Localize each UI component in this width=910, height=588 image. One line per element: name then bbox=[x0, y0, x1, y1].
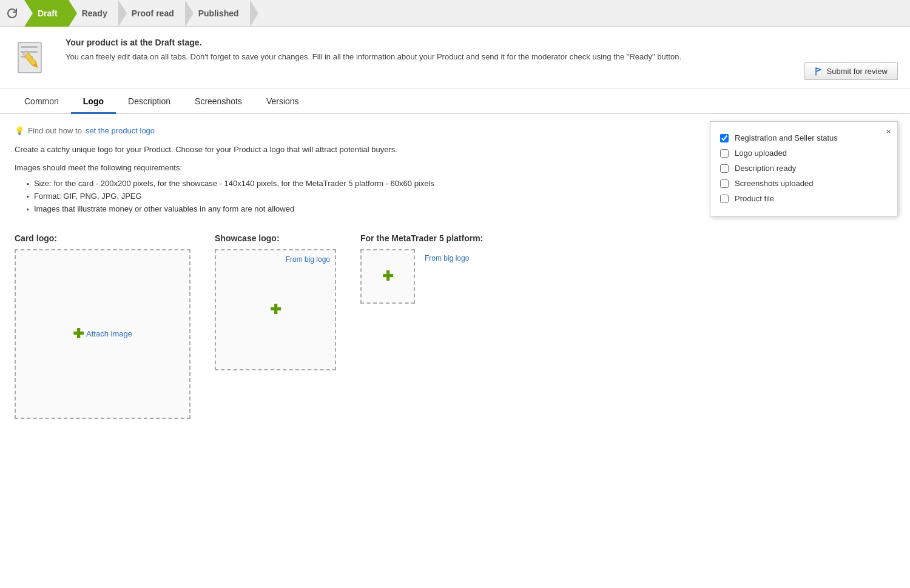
svg-rect-1 bbox=[21, 46, 38, 48]
tabs-bar: Common Logo Description Screenshots Vers… bbox=[0, 89, 910, 114]
breadcrumb-proofread[interactable]: Proof read bbox=[118, 0, 185, 27]
checklist-checkbox-screenshots[interactable] bbox=[720, 179, 729, 188]
checklist-label-description: Description ready bbox=[735, 164, 796, 173]
showcase-logo-label: Showcase logo: bbox=[215, 233, 336, 243]
checklist-label-logo: Logo uploaded bbox=[735, 149, 787, 158]
flag-icon bbox=[815, 67, 823, 76]
checklist-checkbox-logo[interactable] bbox=[720, 149, 729, 158]
showcase-plus-icon: ✚ bbox=[270, 302, 281, 318]
logo-upload-section: Card logo: ✚ Attach image Showcase logo:… bbox=[15, 233, 895, 419]
checklist-label-screenshots: Screenshots uploaded bbox=[735, 179, 813, 188]
attach-image-link[interactable]: ✚ Attach image bbox=[73, 326, 132, 342]
checklist-item-screenshots: Screenshots uploaded bbox=[720, 176, 888, 191]
banner-title: Your product is at the Draft stage. bbox=[66, 38, 898, 47]
platform-logo-upload[interactable]: ✚ bbox=[360, 249, 415, 304]
hint-bulb-icon: 💡 bbox=[15, 126, 24, 135]
checklist-close-button[interactable]: × bbox=[886, 127, 891, 136]
tab-logo[interactable]: Logo bbox=[71, 89, 116, 114]
platform-logo-group: For the MetaTrader 5 platform: ✚ From bi… bbox=[360, 233, 483, 304]
hint-prefix: Find out how to bbox=[28, 126, 82, 135]
tab-description[interactable]: Description bbox=[116, 89, 183, 114]
platform-from-big-logo[interactable]: From big logo bbox=[425, 254, 469, 262]
checklist-checkbox-registration[interactable] bbox=[720, 134, 729, 142]
set-logo-link[interactable]: set the product logo bbox=[86, 126, 155, 135]
platform-plus-icon: ✚ bbox=[382, 269, 393, 284]
tab-screenshots[interactable]: Screenshots bbox=[183, 89, 254, 114]
banner-text: Your product is at the Draft stage. You … bbox=[66, 38, 898, 63]
banner-subtitle: You can freely edit data on all tabs. Do… bbox=[66, 51, 898, 63]
checklist-item-product-file: Product file bbox=[720, 191, 888, 206]
breadcrumb-published[interactable]: Published bbox=[185, 0, 250, 27]
showcase-logo-upload[interactable]: From big logo ✚ bbox=[215, 249, 336, 370]
showcase-from-big-logo[interactable]: From big logo bbox=[286, 255, 330, 264]
draft-icon bbox=[12, 38, 55, 80]
checklist-item-description: Description ready bbox=[720, 161, 888, 176]
checklist-label-product-file: Product file bbox=[735, 194, 774, 203]
card-logo-group: Card logo: ✚ Attach image bbox=[15, 233, 190, 419]
refresh-icon[interactable] bbox=[0, 7, 24, 19]
card-logo-upload[interactable]: ✚ Attach image bbox=[15, 249, 190, 419]
tab-common[interactable]: Common bbox=[12, 89, 71, 114]
platform-logo-label: For the MetaTrader 5 platform: bbox=[360, 233, 483, 243]
card-logo-label: Card logo: bbox=[15, 233, 190, 243]
checklist-checkbox-product-file[interactable] bbox=[720, 195, 729, 203]
tab-versions[interactable]: Versions bbox=[254, 89, 311, 114]
showcase-logo-group: Showcase logo: From big logo ✚ bbox=[215, 233, 336, 370]
svg-rect-2 bbox=[21, 51, 38, 53]
checklist-item-registration: Registration and Seller status bbox=[720, 130, 888, 145]
submit-review-button[interactable]: Submit for review bbox=[804, 62, 898, 80]
checklist-checkbox-description[interactable] bbox=[720, 164, 729, 173]
checklist-popup: × Registration and Seller status Logo up… bbox=[710, 121, 898, 216]
checklist-item-logo: Logo uploaded bbox=[720, 145, 888, 161]
breadcrumb-nav: Draft Ready Proof read Published bbox=[0, 0, 910, 27]
checklist-label-registration: Registration and Seller status bbox=[735, 133, 838, 142]
plus-icon: ✚ bbox=[73, 326, 84, 342]
breadcrumb-draft[interactable]: Draft bbox=[24, 0, 69, 27]
info-banner: Your product is at the Draft stage. You … bbox=[0, 27, 910, 89]
